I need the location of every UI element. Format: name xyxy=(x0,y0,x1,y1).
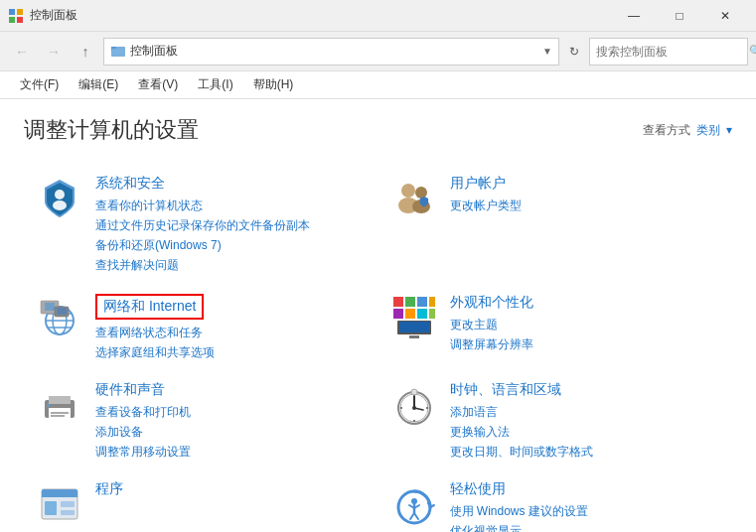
view-value-button[interactable]: 类别 xyxy=(696,122,720,139)
svg-rect-2 xyxy=(9,17,15,23)
svg-rect-31 xyxy=(399,322,429,332)
appearance-title[interactable]: 外观和个性化 xyxy=(450,294,533,312)
svg-point-48 xyxy=(411,389,417,395)
hardware-sound-link-1[interactable]: 添加设备 xyxy=(95,423,191,441)
svg-rect-27 xyxy=(405,309,415,319)
svg-rect-25 xyxy=(429,297,435,307)
network-internet-title[interactable]: 网络和 Internet xyxy=(95,294,204,320)
maximize-button[interactable]: □ xyxy=(657,0,702,32)
system-security-link-3[interactable]: 查找并解决问题 xyxy=(95,256,310,274)
menu-help[interactable]: 帮助(H) xyxy=(245,72,302,97)
system-security-title[interactable]: 系统和安全 xyxy=(95,175,310,193)
hardware-sound-link-0[interactable]: 查看设备和打印机 xyxy=(95,403,191,421)
back-button[interactable]: ← xyxy=(8,38,36,66)
category-system-security: 系统和安全 查看你的计算机状态 通过文件历史记录保存你的文件备份副本 备份和还原… xyxy=(24,165,378,284)
system-security-links: 查看你的计算机状态 通过文件历史记录保存你的文件备份副本 备份和还原(Windo… xyxy=(95,197,310,274)
system-security-link-0[interactable]: 查看你的计算机状态 xyxy=(95,197,310,214)
title-bar-left: 控制面板 xyxy=(8,7,77,24)
category-user-accounts: 用户帐户 更改帐户类型 xyxy=(378,165,733,284)
network-internet-content: 网络和 Internet 查看网络状态和任务 选择家庭组和共享选项 xyxy=(95,294,215,361)
svg-rect-19 xyxy=(45,303,55,311)
svg-rect-3 xyxy=(17,17,23,23)
view-label: 查看方式 xyxy=(643,122,690,139)
svg-point-9 xyxy=(401,184,415,198)
forward-button[interactable]: → xyxy=(40,38,68,66)
svg-rect-38 xyxy=(51,415,65,417)
page-header: 调整计算机的设置 查看方式 类别 ▾ xyxy=(24,115,732,145)
svg-rect-51 xyxy=(42,494,77,497)
hardware-sound-links: 查看设备和打印机 添加设备 调整常用移动设置 xyxy=(95,403,191,461)
address-bar[interactable]: 控制面板 ▼ xyxy=(103,38,559,66)
appearance-link-0[interactable]: 更改主题 xyxy=(450,316,533,333)
programs-title[interactable]: 程序 xyxy=(95,480,123,498)
svg-rect-6 xyxy=(112,49,124,56)
user-accounts-links: 更改帐户类型 xyxy=(450,197,522,214)
svg-line-61 xyxy=(414,513,418,519)
system-security-link-1[interactable]: 通过文件历史记录保存你的文件备份副本 xyxy=(95,216,310,234)
ease-of-access-title[interactable]: 轻松使用 xyxy=(450,480,588,498)
view-options: 查看方式 类别 ▾ xyxy=(643,122,732,139)
title-bar-controls: — □ ✕ xyxy=(611,0,748,32)
svg-rect-32 xyxy=(409,335,419,338)
clock-language-link-1[interactable]: 更换输入法 xyxy=(450,423,593,441)
programs-content: 程序 xyxy=(95,480,123,502)
menu-edit[interactable]: 编辑(E) xyxy=(71,72,126,97)
address-dropdown[interactable]: ▼ xyxy=(542,46,552,57)
clock-language-icon xyxy=(390,381,438,429)
search-bar[interactable]: 🔍 xyxy=(589,38,748,66)
clock-language-title[interactable]: 时钟、语言和区域 xyxy=(450,381,593,399)
title-bar: 控制面板 — □ ✕ xyxy=(0,0,756,32)
page-title: 调整计算机的设置 xyxy=(24,115,199,145)
svg-rect-29 xyxy=(429,309,435,319)
programs-icon xyxy=(36,480,83,528)
user-accounts-link-0[interactable]: 更改帐户类型 xyxy=(450,197,522,214)
category-hardware-sound: 硬件和声音 查看设备和打印机 添加设备 调整常用移动设置 xyxy=(24,371,378,470)
appearance-icon xyxy=(390,294,438,341)
close-button[interactable]: ✕ xyxy=(702,0,748,32)
title-bar-title: 控制面板 xyxy=(30,7,77,24)
minimize-button[interactable]: — xyxy=(611,0,657,32)
category-network-internet: 网络和 Internet 查看网络状态和任务 选择家庭组和共享选项 xyxy=(24,284,378,371)
svg-rect-21 xyxy=(57,308,67,315)
svg-rect-34 xyxy=(49,396,71,404)
svg-point-8 xyxy=(53,200,67,210)
svg-rect-26 xyxy=(393,309,403,319)
hardware-sound-icon xyxy=(36,381,83,429)
svg-rect-54 xyxy=(61,510,75,515)
ease-of-access-link-1[interactable]: 优化视觉显示 xyxy=(450,522,588,532)
network-internet-links: 查看网络状态和任务 选择家庭组和共享选项 xyxy=(95,324,215,361)
menu-tools[interactable]: 工具(I) xyxy=(190,72,240,97)
address-bar-icon xyxy=(110,44,126,60)
menu-file[interactable]: 文件(F) xyxy=(12,72,67,97)
up-button[interactable]: ↑ xyxy=(72,38,99,66)
svg-rect-22 xyxy=(393,297,403,307)
svg-rect-53 xyxy=(61,501,75,507)
menu-bar: 文件(F) 编辑(E) 查看(V) 工具(I) 帮助(H) xyxy=(0,71,756,99)
system-security-link-2[interactable]: 备份和还原(Windows 7) xyxy=(95,236,310,254)
category-ease-of-access: 轻松使用 使用 Windows 建议的设置 优化视觉显示 xyxy=(378,470,733,532)
appearance-link-1[interactable]: 调整屏幕分辨率 xyxy=(450,335,533,353)
hardware-sound-content: 硬件和声音 查看设备和打印机 添加设备 调整常用移动设置 xyxy=(95,381,191,461)
network-internet-link-0[interactable]: 查看网络状态和任务 xyxy=(95,324,215,341)
refresh-button[interactable]: ↻ xyxy=(563,39,585,65)
appearance-links: 更改主题 调整屏幕分辨率 xyxy=(450,316,533,353)
search-icon[interactable]: 🔍 xyxy=(749,45,756,58)
view-dropdown-button[interactable]: ▾ xyxy=(726,123,732,137)
menu-view[interactable]: 查看(V) xyxy=(130,72,186,97)
svg-rect-28 xyxy=(417,309,427,319)
svg-point-43 xyxy=(412,406,416,410)
hardware-sound-title[interactable]: 硬件和声音 xyxy=(95,381,191,399)
hardware-sound-link-2[interactable]: 调整常用移动设置 xyxy=(95,443,191,461)
network-internet-link-1[interactable]: 选择家庭组和共享选项 xyxy=(95,343,215,361)
category-programs: 程序 xyxy=(24,470,378,532)
clock-language-link-0[interactable]: 添加语言 xyxy=(450,403,593,421)
svg-rect-37 xyxy=(51,412,69,414)
search-input[interactable] xyxy=(596,45,745,59)
system-security-icon xyxy=(36,175,83,222)
clock-language-link-2[interactable]: 更改日期、时间或数字格式 xyxy=(450,443,593,461)
svg-rect-1 xyxy=(17,9,23,15)
user-accounts-title[interactable]: 用户帐户 xyxy=(450,175,522,193)
user-accounts-content: 用户帐户 更改帐户类型 xyxy=(450,175,522,214)
ease-of-access-link-0[interactable]: 使用 Windows 建议的设置 xyxy=(450,502,588,520)
clock-language-links: 添加语言 更换输入法 更改日期、时间或数字格式 xyxy=(450,403,593,461)
